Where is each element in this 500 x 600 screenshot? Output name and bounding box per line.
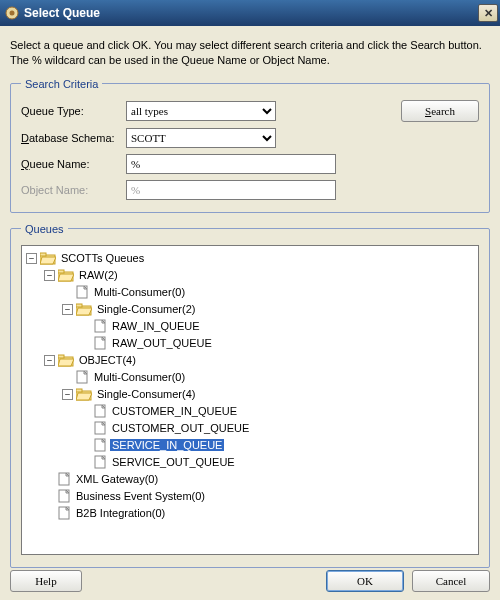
document-icon	[94, 438, 107, 452]
tree-node-object[interactable]: − OBJECT(4)	[44, 352, 476, 369]
tree-leaf-queue[interactable]: SERVICE_IN_QUEUE	[80, 437, 476, 454]
search-button[interactable]: Search	[401, 100, 479, 122]
svg-rect-12	[58, 355, 64, 358]
object-name-input	[126, 180, 336, 200]
tree-leaf-queue[interactable]: RAW_OUT_QUEUE	[80, 335, 476, 352]
folder-open-icon	[76, 388, 92, 401]
queue-name-input[interactable]	[126, 154, 336, 174]
tree-node-multi[interactable]: Multi-Consumer(0)	[62, 284, 476, 301]
svg-rect-3	[40, 253, 46, 256]
tree-root[interactable]: − SCOTTs Queues	[26, 250, 476, 267]
tree-node-label-selected: SERVICE_IN_QUEUE	[110, 439, 224, 451]
folder-open-icon	[58, 354, 74, 367]
svg-rect-5	[58, 270, 64, 273]
queues-group: Queues − SCOTTs Queues −	[10, 223, 490, 568]
button-bar: Help OK Cancel	[10, 570, 490, 592]
tree-node-label: SERVICE_OUT_QUEUE	[110, 456, 237, 468]
tree-node-label: RAW_OUT_QUEUE	[110, 337, 214, 349]
close-button[interactable]: ✕	[478, 4, 498, 22]
svg-rect-8	[76, 304, 82, 307]
document-icon	[94, 421, 107, 435]
document-icon	[94, 455, 107, 469]
queues-tree[interactable]: − SCOTTs Queues − RAW(2)	[21, 245, 479, 555]
tree-leaf-queue[interactable]: CUSTOMER_OUT_QUEUE	[80, 420, 476, 437]
document-icon	[58, 489, 71, 503]
tree-node-label: Single-Consumer(2)	[95, 303, 197, 315]
tree-node-b2b[interactable]: B2B Integration(0)	[44, 505, 476, 522]
tree-node-label: Multi-Consumer(0)	[92, 371, 187, 383]
svg-rect-15	[76, 389, 82, 392]
collapse-icon[interactable]: −	[44, 270, 55, 281]
tree-node-single[interactable]: − Single-Consumer(2)	[62, 301, 476, 318]
object-name-label: Object Name:	[21, 184, 126, 196]
ok-button[interactable]: OK	[326, 570, 404, 592]
tree-node-label: B2B Integration(0)	[74, 507, 167, 519]
db-schema-label: Database Schema:	[21, 132, 126, 144]
title-bar: Select Queue ✕	[0, 0, 500, 26]
tree-node-label: Multi-Consumer(0)	[92, 286, 187, 298]
queue-type-select[interactable]: all types	[126, 101, 276, 121]
document-icon	[76, 285, 89, 299]
tree-leaf-queue[interactable]: RAW_IN_QUEUE	[80, 318, 476, 335]
tree-leaf-queue[interactable]: SERVICE_OUT_QUEUE	[80, 454, 476, 471]
document-icon	[94, 336, 107, 350]
window-title: Select Queue	[24, 6, 478, 20]
cancel-button[interactable]: Cancel	[412, 570, 490, 592]
document-icon	[58, 472, 71, 486]
folder-open-icon	[76, 303, 92, 316]
instructions-text: Select a queue and click OK. You may sel…	[10, 38, 490, 68]
document-icon	[94, 319, 107, 333]
collapse-icon[interactable]: −	[62, 304, 73, 315]
tree-node-label: XML Gateway(0)	[74, 473, 160, 485]
tree-node-raw[interactable]: − RAW(2)	[44, 267, 476, 284]
tree-node-single[interactable]: − Single-Consumer(4)	[62, 386, 476, 403]
folder-open-icon	[40, 252, 56, 265]
tree-node-label: OBJECT(4)	[77, 354, 138, 366]
close-icon: ✕	[484, 7, 493, 20]
tree-node-xml-gateway[interactable]: XML Gateway(0)	[44, 471, 476, 488]
tree-node-label: SCOTTs Queues	[59, 252, 146, 264]
queue-name-label: Queue Name:	[21, 158, 126, 170]
document-icon	[76, 370, 89, 384]
svg-point-1	[10, 11, 15, 16]
db-schema-select[interactable]: SCOTT	[126, 128, 276, 148]
collapse-icon[interactable]: −	[44, 355, 55, 366]
queues-legend: Queues	[21, 223, 68, 235]
document-icon	[94, 404, 107, 418]
search-criteria-legend: Search Criteria	[21, 78, 102, 90]
help-button[interactable]: Help	[10, 570, 82, 592]
tree-node-label: Single-Consumer(4)	[95, 388, 197, 400]
collapse-icon[interactable]: −	[62, 389, 73, 400]
tree-node-label: Business Event System(0)	[74, 490, 207, 502]
tree-node-multi[interactable]: Multi-Consumer(0)	[62, 369, 476, 386]
folder-open-icon	[58, 269, 74, 282]
collapse-icon[interactable]: −	[26, 253, 37, 264]
app-icon	[4, 5, 20, 21]
tree-leaf-queue[interactable]: CUSTOMER_IN_QUEUE	[80, 403, 476, 420]
document-icon	[58, 506, 71, 520]
tree-node-label: RAW(2)	[77, 269, 120, 281]
search-criteria-group: Search Criteria Queue Type: all types Se…	[10, 78, 490, 213]
tree-node-label: RAW_IN_QUEUE	[110, 320, 202, 332]
tree-node-label: CUSTOMER_OUT_QUEUE	[110, 422, 251, 434]
tree-node-bes[interactable]: Business Event System(0)	[44, 488, 476, 505]
tree-node-label: CUSTOMER_IN_QUEUE	[110, 405, 239, 417]
queue-type-label: Queue Type:	[21, 105, 126, 117]
